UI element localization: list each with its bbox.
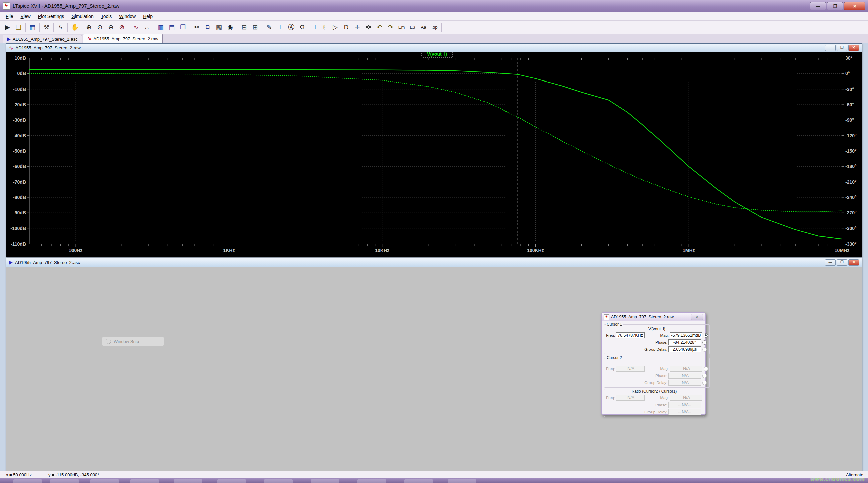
cursor1-gd-field[interactable]: 2.6546989µs (668, 346, 701, 352)
run-button[interactable]: ▶ (2, 22, 13, 33)
windows-taskbar[interactable]: www.cntronics.com (0, 478, 868, 483)
rotate-button[interactable]: E3 (407, 22, 418, 33)
move-button[interactable]: ✛ (352, 22, 363, 33)
schem-minimize-button[interactable]: — (825, 259, 836, 265)
tile-horizontal-button[interactable]: ▤ (166, 22, 178, 33)
wire-button[interactable]: ✎ (264, 22, 275, 33)
tab-label: AD1955_Amp_797_Stereo_2.raw (93, 36, 158, 41)
taskbar-item[interactable] (404, 479, 433, 483)
taskbar-item[interactable] (358, 479, 386, 483)
svg-text:-70dB: -70dB (13, 180, 26, 185)
phase-label: Phase: (644, 403, 668, 407)
toolbar-separator (190, 23, 190, 32)
titlebar[interactable]: ϟ LTspice XVII - AD1955_Amp_797_Stereo_2… (0, 0, 868, 12)
cut-button[interactable]: ✂ (191, 22, 203, 33)
svg-text:30°: 30° (845, 56, 852, 61)
minimize-button[interactable]: — (810, 2, 826, 10)
label-net-button[interactable]: Ⓐ (286, 22, 297, 33)
menu-plot-settings[interactable]: Plot Settings (34, 13, 68, 20)
diode-button[interactable]: ▷ (330, 22, 341, 33)
schem-close-button[interactable]: ✕ (848, 259, 859, 265)
taskbar-item[interactable] (90, 479, 119, 483)
menu-tools[interactable]: Tools (97, 13, 116, 20)
waveform-window-titlebar[interactable]: ∿ AD1955_Amp_797_Stereo_2.raw — ❐ ✕ (6, 44, 862, 53)
taskbar-item[interactable] (174, 479, 203, 483)
zoom-full-button[interactable]: ⊗ (116, 22, 127, 33)
zoom-area-button[interactable]: ⊙ (94, 22, 105, 33)
ground-button[interactable]: ⊥ (275, 22, 286, 33)
menu-simulation[interactable]: Simulation (68, 13, 97, 20)
svg-text:V(vout_l): V(vout_l) (427, 53, 447, 57)
paste-button[interactable]: ▩ (214, 22, 224, 33)
cursor-dialog-titlebar[interactable]: ϟ AD1955_Amp_797_Stereo_2.raw ✕ (602, 313, 705, 321)
autorange-button[interactable]: ∿ (130, 22, 141, 33)
close-button[interactable]: ✕ (844, 2, 865, 10)
cursor1-mag-field[interactable]: -579.13651mdB (670, 332, 702, 339)
drag-button[interactable]: ✜ (363, 22, 374, 33)
taskbar-item[interactable] (264, 479, 293, 483)
undo-button[interactable]: ↶ (374, 22, 385, 33)
cursor1-freq-field[interactable]: 76.54787KHz (616, 332, 645, 339)
redo-button[interactable]: ↷ (385, 22, 396, 33)
schematic-window-titlebar[interactable]: AD1955_Amp_797_Stereo_2.asc — ❐ ✕ (6, 258, 862, 267)
svg-text:0dB: 0dB (18, 71, 26, 76)
mirror-button[interactable]: Em (396, 22, 407, 33)
halt-button[interactable]: ✋ (69, 22, 80, 33)
cursor2-gd-radio (702, 381, 707, 385)
open-button[interactable]: ❏ (13, 22, 24, 33)
tile-vertical-button[interactable]: ▥ (155, 22, 166, 33)
taskbar-item[interactable] (50, 479, 79, 483)
svg-text:-30°: -30° (845, 87, 854, 92)
cursor-dialog[interactable]: ϟ AD1955_Amp_797_Stereo_2.raw ✕ Cursor 1… (601, 312, 706, 415)
toolbar-separator (54, 23, 54, 32)
inductor-button[interactable]: ℓ (319, 22, 330, 33)
menu-view[interactable]: View (17, 13, 34, 20)
svg-text:-90°: -90° (845, 117, 854, 123)
taskbar-item[interactable] (217, 479, 246, 483)
plot-close-button[interactable]: ✕ (848, 45, 859, 51)
menu-file[interactable]: File (2, 13, 17, 20)
component-button[interactable]: D (341, 22, 352, 33)
menu-window[interactable]: Window (115, 13, 139, 20)
taskbar-item[interactable] (448, 479, 476, 483)
print-preview-button[interactable]: ⊟ (239, 22, 250, 33)
text-button[interactable]: Aa (418, 22, 429, 33)
ratio-freq-field: -- N/A-- (616, 395, 645, 401)
copy-button[interactable]: ⧉ (203, 22, 214, 33)
run-simulation-button[interactable]: ϟ (55, 22, 66, 33)
pan-button[interactable]: ↔ (141, 22, 152, 33)
dialog-close-button[interactable]: ✕ (690, 314, 703, 320)
toolbar-separator (154, 23, 154, 32)
plot-minimize-button[interactable]: — (825, 45, 836, 51)
bode-plot[interactable]: 10dB0dB-10dB-20dB-30dB-40dB-50dB-60dB-70… (6, 53, 862, 257)
waveform-file-icon: ∿ (9, 45, 13, 51)
tab-strip: AD1955_Amp_797_Stereo_2.asc∿AD1955_Amp_7… (0, 34, 868, 43)
schematic-canvas[interactable]: −+−+−++−+−+−IOUTL+IOUTL+IOUTL-IOUTL-VOut… (6, 267, 862, 471)
schem-restore-button[interactable]: ❐ (837, 259, 847, 265)
menu-help[interactable]: Help (139, 13, 156, 20)
freq-label: Freq: (606, 367, 616, 371)
cursor2-trace (605, 360, 709, 365)
resistor-button[interactable]: Ω (297, 22, 308, 33)
cursor1-gd-radio[interactable] (702, 347, 707, 352)
cursor1-mag-radio[interactable] (704, 333, 708, 338)
zoom-out-button[interactable]: ⊖ (105, 22, 116, 33)
status-mode: Alternate (846, 472, 863, 477)
cursor1-phase-field[interactable]: -84.214028° (668, 340, 701, 345)
taskbar-item[interactable] (130, 479, 159, 483)
print-button[interactable]: ⊞ (250, 22, 260, 33)
capacitor-button[interactable]: ⊣ (308, 22, 319, 33)
control-panel-button[interactable]: ⚒ (41, 22, 52, 33)
zoom-in-button[interactable]: ⊕ (83, 22, 94, 33)
cursor1-phase-radio[interactable] (702, 341, 707, 345)
tab-asc[interactable]: AD1955_Amp_797_Stereo_2.asc (3, 35, 82, 43)
taskbar-item[interactable] (311, 479, 339, 483)
spice-directive-button[interactable]: .op (429, 22, 440, 33)
plot-restore-button[interactable]: ❐ (837, 45, 847, 51)
find-button[interactable]: ◉ (224, 22, 236, 33)
save-button[interactable]: ▦ (27, 22, 38, 33)
taskbar-item[interactable] (13, 479, 42, 483)
maximize-button[interactable]: ❐ (827, 2, 843, 10)
tab-raw[interactable]: ∿AD1955_Amp_797_Stereo_2.raw (83, 34, 163, 43)
cascade-button[interactable]: ❒ (178, 22, 188, 33)
